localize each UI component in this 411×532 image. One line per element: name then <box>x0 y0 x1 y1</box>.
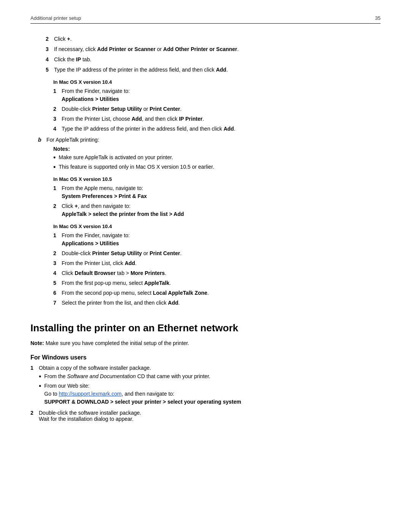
step-4-text: Click the IP tab. <box>54 56 381 64</box>
step-3-num: 3 <box>46 45 54 53</box>
windows-bullet-dot-2: • <box>39 383 41 390</box>
mac104-1-step-4-text: Type the IP address of the printer in th… <box>62 125 381 133</box>
main-note: Note: Make sure you have completed the i… <box>30 339 381 347</box>
mac104-label-2: In Mac OS X version 10.4 <box>53 224 381 229</box>
step-2-num: 2 <box>46 35 54 43</box>
mac104-1-step-4-num: 4 <box>53 125 62 133</box>
windows-step-1-num: 1 <box>30 365 39 407</box>
mac104-2-step-2-num: 2 <box>53 249 62 257</box>
mac104-1-step-2-num: 2 <box>53 105 62 113</box>
note-bullet-1: • Make sure AppleTalk is activated on yo… <box>53 153 381 161</box>
mac104-2-step-2-text: Double-click Printer Setup Utility or Pr… <box>62 249 381 257</box>
step-3-text: If necessary, click Add Printer or Scann… <box>54 45 381 53</box>
mac104-1-step-2-text: Double-click Printer Setup Utility or Pr… <box>62 105 381 113</box>
mac104-2-step-3-text: From the Printer List, click Add. <box>62 259 381 267</box>
main-section-heading: Installing the printer on an Ethernet ne… <box>30 322 381 334</box>
windows-heading: For Windows users <box>30 354 381 361</box>
mac104-2-step-5-text: From the first pop-up menu, select Apple… <box>62 279 381 287</box>
mac104-2-step-4-text: Click Default Browser tab > More Printer… <box>62 269 381 277</box>
windows-step-2-num: 2 <box>30 410 39 422</box>
page: Additional printer setup 35 2 Click +. 3… <box>0 0 411 532</box>
b-item: b For AppleTalk printing: <box>38 137 381 143</box>
note-text-2: This feature is supported only in Mac OS… <box>59 163 214 171</box>
mac104-1-step-3-num: 3 <box>53 115 62 123</box>
windows-bullet-dot-1: • <box>39 373 41 380</box>
mac105-step-2-text: Click +, and then navigate to: AppleTalk… <box>62 202 381 218</box>
notes-bullets: • Make sure AppleTalk is activated on yo… <box>53 153 381 171</box>
header-bar: Additional printer setup 35 <box>30 15 381 24</box>
mac104-2-step-4: 4 Click Default Browser tab > More Print… <box>53 269 381 277</box>
mac104-2-step-3: 3 From the Printer List, click Add. <box>53 259 381 267</box>
windows-bullet-1-text: From the Software and Documentation CD t… <box>44 372 210 380</box>
mac104-1-step-3-text: From the Printer List, choose Add, and t… <box>62 115 381 123</box>
note-label: Note: <box>30 340 44 346</box>
mac104-1-step-1-text: From the Finder, navigate to: Applicatio… <box>62 87 381 103</box>
windows-bullet-1: • From the Software and Documentation CD… <box>39 372 241 380</box>
b-label: b <box>38 137 46 143</box>
mac104-2-step-1-num: 1 <box>53 232 62 248</box>
windows-step-1-bullets: • From the Software and Documentation CD… <box>39 372 241 406</box>
windows-step-2-content: Double-click the software installer pack… <box>39 410 141 422</box>
notes-title: Notes: <box>53 146 381 152</box>
step-4: 4 Click the IP tab. <box>46 56 381 64</box>
b-text: For AppleTalk printing: <box>46 137 381 143</box>
mac104-2-step-3-num: 3 <box>53 259 62 267</box>
windows-bullet-2-goto: Go to <box>44 391 59 397</box>
bullet-dot-1: • <box>53 154 56 161</box>
mac104-2-step-7-text: Select the printer from the list, and th… <box>62 299 381 307</box>
windows-bullet-2-bold: SUPPORT & DOWNLOAD > select your printer… <box>44 399 241 405</box>
mac104-steps-2: 1 From the Finder, navigate to: Applicat… <box>53 232 381 307</box>
notes-block: Notes: • Make sure AppleTalk is activate… <box>53 146 381 171</box>
mac104-2-step-1-text: From the Finder, navigate to: Applicatio… <box>62 232 381 248</box>
mac104-block-1: In Mac OS X version 10.4 1 From the Find… <box>53 79 381 133</box>
windows-bullet-2-text: From our Web site: <box>44 383 89 389</box>
mac104-block-2: In Mac OS X version 10.4 1 From the Find… <box>53 224 381 307</box>
windows-step-2: 2 Double-click the software installer pa… <box>30 410 381 422</box>
step-5-num: 5 <box>46 66 54 74</box>
windows-step-2-subtext: Wait for the installation dialog to appe… <box>39 416 134 422</box>
windows-step-1-text: Obtain a copy of the software installer … <box>39 365 151 371</box>
mac104-1-step-1: 1 From the Finder, navigate to: Applicat… <box>53 87 381 103</box>
mac104-2-step-6-text: From the second pop-up menu, select Loca… <box>62 289 381 297</box>
lexmark-link[interactable]: http://support.lexmark.com <box>59 391 121 397</box>
mac105-step-1-num: 1 <box>53 184 62 200</box>
mac105-step-1-text: From the Apple menu, navigate to: System… <box>62 184 381 200</box>
mac105-step-1: 1 From the Apple menu, navigate to: Syst… <box>53 184 381 200</box>
step-2-text: Click +. <box>54 35 381 43</box>
mac104-2-step-1: 1 From the Finder, navigate to: Applicat… <box>53 232 381 248</box>
mac105-label: In Mac OS X version 10.5 <box>53 176 381 182</box>
windows-bullet-2-after: , and then navigate to: <box>121 391 174 397</box>
note-bullet-2: • This feature is supported only in Mac … <box>53 163 381 171</box>
step-5-text: Type the IP address of the printer in th… <box>54 66 381 74</box>
mac104-2-step-6: 6 From the second pop-up menu, select Lo… <box>53 289 381 297</box>
step-4-num: 4 <box>46 56 54 64</box>
mac104-2-step-2: 2 Double-click Printer Setup Utility or … <box>53 249 381 257</box>
step-2: 2 Click +. <box>46 35 381 43</box>
step-3: 3 If necessary, click Add Printer or Sca… <box>46 45 381 53</box>
mac104-2-step-6-num: 6 <box>53 289 62 297</box>
header-right: 35 <box>375 15 381 21</box>
bullet-dot-2: • <box>53 164 56 171</box>
main-content: 2 Click +. 3 If necessary, click Add Pri… <box>30 35 381 422</box>
windows-step-1-content: Obtain a copy of the software installer … <box>39 365 241 407</box>
windows-bullet-2-content: From our Web site: Go to http://support.… <box>44 382 241 406</box>
step-5: 5 Type the IP address of the printer in … <box>46 66 381 74</box>
mac104-1-step-4: 4 Type the IP address of the printer in … <box>53 125 381 133</box>
windows-bullet-2: • From our Web site: Go to http://suppor… <box>39 382 241 406</box>
windows-section: For Windows users 1 Obtain a copy of the… <box>30 354 381 422</box>
mac105-block: In Mac OS X version 10.5 1 From the Appl… <box>53 176 381 218</box>
mac104-steps-1: 1 From the Finder, navigate to: Applicat… <box>53 87 381 133</box>
note-text: Make sure you have completed the initial… <box>46 340 189 346</box>
mac104-2-step-7: 7 Select the printer from the list, and … <box>53 299 381 307</box>
mac104-label-1: In Mac OS X version 10.4 <box>53 79 381 85</box>
mac104-1-step-2: 2 Double-click Printer Setup Utility or … <box>53 105 381 113</box>
mac104-2-step-7-num: 7 <box>53 299 62 307</box>
header-left: Additional printer setup <box>30 15 81 21</box>
mac105-step-2: 2 Click +, and then navigate to: AppleTa… <box>53 202 381 218</box>
mac104-1-step-3: 3 From the Printer List, choose Add, and… <box>53 115 381 123</box>
mac104-2-step-5: 5 From the first pop-up menu, select App… <box>53 279 381 287</box>
mac105-step-2-num: 2 <box>53 202 62 218</box>
windows-step-2-text: Double-click the software installer pack… <box>39 410 141 416</box>
mac104-2-step-4-num: 4 <box>53 269 62 277</box>
top-steps: 2 Click +. 3 If necessary, click Add Pri… <box>46 35 381 74</box>
